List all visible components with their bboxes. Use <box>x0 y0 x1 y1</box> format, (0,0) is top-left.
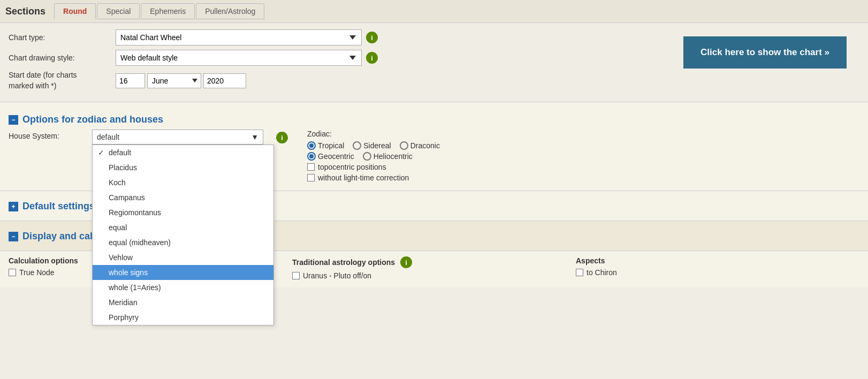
default-settings-toggle[interactable]: + <box>9 202 18 211</box>
start-date-row: Start date (for chartsmarked with *) Jan… <box>9 70 859 91</box>
checkbox-light-time-row: without light-time correction <box>307 173 859 182</box>
checkbox-to-chiron[interactable] <box>576 269 583 276</box>
sections-bar: Sections Round Special Ephemeris Pullen/… <box>0 0 868 23</box>
chart-drawing-style-control: Web default style Classic style i <box>116 50 378 66</box>
radio-heliocentric-circle <box>363 152 371 161</box>
zodiac-section-title: Options for zodiac and houses <box>22 114 163 125</box>
house-option-campanus[interactable]: Campanus <box>93 190 273 205</box>
chart-drawing-style-info-icon[interactable]: i <box>366 52 378 64</box>
trad-label-rest: raditional astrology options <box>296 258 395 267</box>
radio-tropical[interactable]: Tropical <box>307 141 344 150</box>
trad-label-prefix: T <box>292 258 296 267</box>
tab-ephemeris[interactable]: Ephemeris <box>141 3 195 19</box>
zodiac-toggle[interactable]: − <box>9 115 18 125</box>
radio-heliocentric[interactable]: Heliocentric <box>363 152 413 161</box>
page-wrapper: Sections Round Special Ephemeris Pullen/… <box>0 0 868 379</box>
trad-astrology-header: Traditional astrology options i <box>292 256 567 268</box>
house-option-equal[interactable]: equal <box>93 220 273 235</box>
zodiac-section: − Options for zodiac and houses House Sy… <box>0 102 868 191</box>
chart-type-label: Chart type: <box>9 33 116 42</box>
trad-astrology-col: Traditional astrology options i Uranus -… <box>292 256 576 282</box>
radio-draconic[interactable]: Draconic <box>400 141 440 150</box>
radio-draconic-label: Draconic <box>410 141 440 150</box>
radio-heliocentric-label: Heliocentric <box>374 152 413 161</box>
sections-label: Sections <box>5 6 45 17</box>
to-chiron-label: to Chiron <box>587 268 617 277</box>
house-option-meridian[interactable]: Meridian <box>93 295 273 310</box>
date-month-select[interactable]: January February March April May June Ju… <box>147 73 201 88</box>
house-option-default[interactable]: default <box>93 145 273 160</box>
house-option-equal-midheaven[interactable]: equal (midheaven) <box>93 235 273 250</box>
aspect-chiron-row: to Chiron <box>576 268 851 277</box>
house-system-dropdown[interactable]: default ▼ default Placidus Koch Campanus… <box>92 130 263 145</box>
show-chart-button[interactable]: Click here to show the chart » <box>683 36 847 69</box>
house-system-row: House System: default ▼ default Placidus… <box>9 130 859 184</box>
checkbox-topocentric-label: topocentric positions <box>318 163 386 171</box>
radio-tropical-circle <box>307 141 316 150</box>
zodiac-row1: Tropical Sidereal Draconic <box>307 141 859 150</box>
radio-tropical-label: Tropical <box>318 141 344 150</box>
radio-geocentric-circle <box>307 152 316 161</box>
chart-type-info-icon[interactable]: i <box>366 32 378 43</box>
trad-info-icon-wrapper: i <box>400 258 412 267</box>
house-option-placidus[interactable]: Placidus <box>93 160 273 175</box>
house-option-porphyry[interactable]: Porphyry <box>93 310 273 325</box>
house-system-list: default Placidus Koch Campanus Regiomont… <box>92 145 274 325</box>
checkbox-light-time[interactable] <box>307 174 315 181</box>
date-day-input[interactable] <box>116 73 145 88</box>
house-option-whole-signs[interactable]: whole signs <box>93 265 273 280</box>
chart-type-control: Natal Chart Wheel Transit Chart Synastry… <box>116 29 378 46</box>
chart-drawing-style-label: Chart drawing style: <box>9 54 116 62</box>
radio-sidereal-circle <box>353 141 361 150</box>
true-node-label: True Node <box>19 268 55 277</box>
house-system-display[interactable]: default ▼ <box>92 130 263 145</box>
house-option-vehlow[interactable]: Vehlow <box>93 250 273 265</box>
checkbox-light-time-label: without light-time correction <box>318 173 409 182</box>
tab-special[interactable]: Special <box>97 3 140 19</box>
checkbox-topocentric[interactable] <box>307 163 315 171</box>
trad-uranus-pluto-row: Uranus - Pluto off/on <box>292 271 567 280</box>
house-option-whole-aries[interactable]: whole (1=Aries) <box>93 280 273 295</box>
uranus-pluto-label: Uranus - Pluto off/on <box>303 271 371 280</box>
trad-info-icon[interactable]: i <box>400 256 412 268</box>
radio-geocentric[interactable]: Geocentric <box>307 152 354 161</box>
date-inputs: January February March April May June Ju… <box>116 73 246 88</box>
radio-draconic-circle <box>400 141 408 150</box>
house-system-current: default <box>97 133 119 141</box>
chart-type-select[interactable]: Natal Chart Wheel Transit Chart Synastry… <box>116 29 362 46</box>
radio-sidereal[interactable]: Sidereal <box>353 141 391 150</box>
zodiac-row2: Geocentric Heliocentric <box>307 152 859 161</box>
zodiac-options: Zodiac: Tropical Sidereal Draconic <box>296 130 859 184</box>
date-year-input[interactable] <box>203 73 246 88</box>
display-calc-toggle[interactable]: − <box>9 232 18 241</box>
start-date-label: Start date (for chartsmarked with *) <box>9 70 116 91</box>
aspects-col: Aspects to Chiron <box>576 256 859 279</box>
house-system-info-icon[interactable]: i <box>276 132 288 143</box>
tab-round[interactable]: Round <box>54 3 96 19</box>
default-settings-title: Default settings <box>22 201 95 212</box>
radio-geocentric-label: Geocentric <box>318 152 354 161</box>
tab-pullen[interactable]: Pullen/Astrolog <box>196 3 264 19</box>
zodiac-label: Zodiac: <box>307 130 332 138</box>
house-system-arrow: ▼ <box>251 133 258 141</box>
radio-sidereal-label: Sidereal <box>363 141 391 150</box>
checkbox-true-node[interactable] <box>9 269 16 276</box>
checkbox-topocentric-row: topocentric positions <box>307 163 859 171</box>
checkbox-uranus-pluto[interactable] <box>292 272 300 279</box>
house-option-regiomontanus[interactable]: Regiomontanus <box>93 205 273 220</box>
zodiac-label-row: Zodiac: <box>307 130 859 138</box>
chart-drawing-style-select[interactable]: Web default style Classic style <box>116 50 362 66</box>
house-option-koch[interactable]: Koch <box>93 175 273 190</box>
house-system-label: House System: <box>9 130 83 140</box>
aspects-header: Aspects <box>576 256 851 265</box>
zodiac-section-header: − Options for zodiac and houses <box>9 114 859 125</box>
